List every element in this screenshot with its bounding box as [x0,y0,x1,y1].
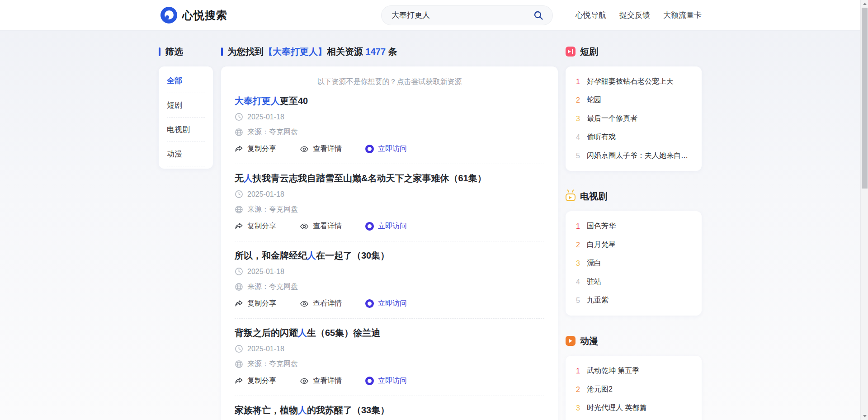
result-title[interactable]: 背叛之后的闪耀人生（65集）徐兰迪 [235,328,544,338]
visit-icon [365,299,374,308]
search-button[interactable] [532,9,545,22]
copy-share-button[interactable]: 复制分享 [235,222,276,231]
refresh-hint[interactable]: 以下资源不是你想要的？点击尝试获取新资源 [235,77,544,87]
ranking-item[interactable]: 1 武动乾坤 第五季 [575,363,693,379]
results-header-middle: 相关资源 [327,47,366,57]
result-title-part: 大奉打更人 [235,96,280,106]
result-title[interactable]: 所以，和金牌经纪人在一起了（30集） [235,250,544,261]
result-title-part: 人 [307,250,316,260]
brand-logo[interactable]: 心悦搜索 [160,7,227,24]
anime-icon [566,336,576,346]
view-detail-label: 查看详情 [313,222,342,231]
filter-title-text: 筛选 [165,46,183,58]
result-date-row: 2025-01-18 [235,344,544,353]
copy-share-button[interactable]: 复制分享 [235,376,276,386]
ranking-section: 短剧 1 好孕甜妻被钻石老公宠上天 2 蛇园 3 最后一个修真者 4 [566,46,702,171]
result-title[interactable]: 家族将亡，植物人的我苏醒了（33集） [235,405,544,415]
view-detail-button[interactable]: 查看详情 [300,222,342,231]
nav-link[interactable]: 心悦导航 [576,10,606,20]
filter-item-label: 动漫 [167,150,182,158]
visit-now-button[interactable]: 立即访问 [365,376,407,386]
ranking-number: 3 [575,404,581,412]
browser-scrollbar[interactable] [860,0,868,420]
result-date: 2025-01-18 [247,113,284,121]
ranking-item[interactable]: 3 最后一个修真者 [575,110,693,127]
search-bar[interactable] [381,5,553,25]
filter-card: 全部 短剧 电视剧 动漫 [159,66,213,169]
brand-logo-icon [160,7,177,24]
ranking-label: 偷听有戏 [587,132,616,142]
visit-now-button[interactable]: 立即访问 [365,299,407,308]
visit-icon [365,145,374,153]
ranking-number: 5 [575,297,581,305]
result-title[interactable]: 无人扶我青云志我自踏雪至山巅&名动天下之家事难休（61集） [235,173,544,184]
ranking-title-text: 短剧 [580,46,598,58]
ranking-item[interactable]: 1 国色芳华 [575,218,693,235]
filter-item-2[interactable]: 电视剧 [167,118,205,142]
result-actions: 复制分享 查看详情 [235,376,544,386]
visit-now-label: 立即访问 [378,144,407,154]
ranking-item[interactable]: 4 驻站 [575,274,693,290]
result-title[interactable]: 大奉打更人更至40 [235,96,544,106]
ranking-item[interactable]: 3 漂白 [575,255,693,272]
copy-share-label: 复制分享 [247,299,276,308]
rankings-column: 短剧 1 好孕甜妻被钻石老公宠上天 2 蛇园 3 最后一个修真者 4 [566,46,702,420]
result-source-row: 来源：夸克网盘 [235,127,544,137]
visit-now-label: 立即访问 [378,376,407,386]
ranking-label: 蛇园 [587,95,601,105]
filter-item-3[interactable]: 动漫 [167,142,205,166]
ranking-item[interactable]: 3 时光代理人 英都篇 [575,400,693,416]
view-detail-button[interactable]: 查看详情 [300,144,342,154]
ranking-item[interactable]: 5 九重紫 [575,292,693,309]
nav-link[interactable]: 大额流量卡 [663,10,702,20]
ranking-number: 3 [575,260,581,268]
copy-share-button[interactable]: 复制分享 [235,299,276,308]
accent-bar [159,47,160,56]
result-source-row: 来源：夸克网盘 [235,359,544,369]
filter-item-0[interactable]: 全部 [167,69,205,93]
header-nav: 心悦导航提交反馈大额流量卡 [576,10,702,20]
filter-item-label: 电视剧 [167,125,190,134]
eye-icon [300,145,309,154]
filter-item-1[interactable]: 短剧 [167,93,205,118]
result-item: 所以，和金牌经纪人在一起了（30集） 2025-01-18 [235,241,544,319]
view-detail-button[interactable]: 查看详情 [300,299,342,308]
ranking-number: 2 [575,241,581,249]
view-detail-label: 查看详情 [313,299,342,308]
ranking-label: 九重紫 [587,296,609,305]
search-input[interactable] [392,11,532,20]
visit-now-button[interactable]: 立即访问 [365,222,407,231]
ranking-item[interactable]: 4 偷听有戏 [575,129,693,146]
ranking-number: 3 [575,115,581,123]
result-source: 来源：夸克网盘 [247,359,298,369]
scrollbar-thumb[interactable] [862,8,868,189]
visit-now-button[interactable]: 立即访问 [365,144,407,154]
ranking-item[interactable]: 4 仙逆 [575,418,693,420]
result-source-row: 来源：夸克网盘 [235,205,544,214]
copy-share-button[interactable]: 复制分享 [235,144,276,154]
ranking-card: 1 武动乾坤 第五季 2 沧元图2 3 时光代理人 英都篇 4 仙逆 5 [566,356,702,420]
ranking-label: 好孕甜妻被钻石老公宠上天 [587,77,674,86]
ranking-label: 漂白 [587,259,601,268]
ranking-section: 动漫 1 武动乾坤 第五季 2 沧元图2 3 时光代理人 英都篇 4 [566,335,702,420]
eye-icon [300,299,309,308]
ranking-label: 闪婚京圈太子爷：夫人她来自农村 [587,151,693,160]
ranking-item[interactable]: 1 好孕甜妻被钻石老公宠上天 [575,73,693,90]
ranking-item[interactable]: 5 闪婚京圈太子爷：夫人她来自农村 [575,147,693,164]
view-detail-button[interactable]: 查看详情 [300,376,342,386]
result-date-row: 2025-01-18 [235,113,544,121]
globe-icon [235,205,243,214]
result-date: 2025-01-18 [247,190,284,198]
ranking-item[interactable]: 2 白月梵星 [575,236,693,253]
short-drama-icon [566,47,576,57]
ranking-item[interactable]: 2 蛇园 [575,92,693,109]
ranking-item[interactable]: 2 沧元图2 [575,381,693,398]
result-source: 来源：夸克网盘 [247,205,298,214]
scrollbar-up-arrow[interactable] [861,0,868,8]
results-header-text: 为您找到【大奉打更人】相关资源 1477 条 [227,46,397,58]
top-header: 心悦搜索 心悦导航提交反馈大额流量卡 [0,0,868,31]
scrollbar-down-arrow[interactable] [861,412,868,420]
nav-link[interactable]: 提交反馈 [619,10,650,20]
accent-bar [221,47,223,56]
result-date-row: 2025-01-18 [235,190,544,198]
